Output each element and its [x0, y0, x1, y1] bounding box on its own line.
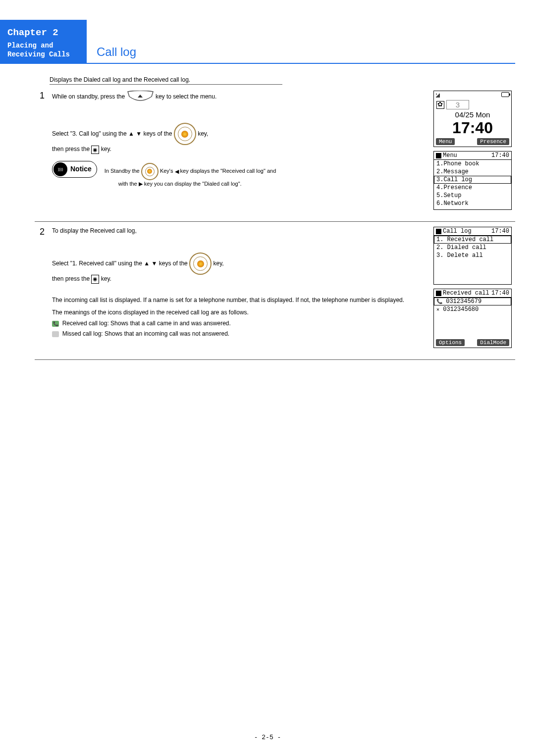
step2-para: The incoming call list is displayed. If …	[52, 296, 426, 304]
down-triangle-icon: ▼	[152, 259, 158, 268]
chapter-subtitle: Placing and Receiving Calls	[7, 41, 74, 59]
softkey-presence: Presence	[477, 138, 509, 145]
notice-text: key displays the "Received call log" and	[180, 168, 276, 174]
menu-item-selected: 3.Call log	[434, 176, 511, 184]
menu-item: 1.Phone book	[434, 160, 511, 168]
bullet-text: Missed call log: Shows that an incoming …	[62, 330, 230, 337]
softkey-menu: Menu	[436, 138, 455, 145]
menu-item: 2. Dialed call	[434, 244, 511, 252]
section-title-bar: Call log	[87, 20, 515, 64]
down-triangle-icon: ▼	[136, 130, 142, 138]
calllog-screen: Call log 17:40 1. Received call 2. Diale…	[433, 227, 512, 285]
screen-time: 17:40	[491, 228, 509, 235]
notice-text: Key's	[160, 168, 173, 174]
step-number: 1	[35, 86, 50, 221]
step2-text: key,	[213, 260, 223, 267]
screen-title: Received call	[443, 290, 489, 297]
received-call-icon: 📞	[52, 321, 59, 327]
step1-text: key.	[101, 146, 111, 152]
received-screen: Received call 17:40 📞 0312345679 ✕ 03123…	[433, 289, 512, 348]
menu-item: 4.Presence	[434, 184, 511, 192]
menu-time: 17:40	[491, 152, 509, 159]
notice-text: with the	[118, 181, 137, 187]
step1-text: Select "3. Call log" using the	[52, 130, 127, 137]
badge-number: 3	[446, 100, 469, 109]
list-item-selected: 📞 0312345679	[434, 298, 511, 305]
softkey-options: Options	[436, 339, 465, 346]
step1-text: keys of the	[143, 130, 172, 137]
right-triangle-icon: ▶	[139, 180, 143, 188]
step1-text: key to select the menu.	[156, 93, 216, 100]
date-text: 04/25 Mon	[434, 110, 511, 119]
keypad-icon	[141, 163, 159, 180]
menu-item: 2.Message	[434, 168, 511, 176]
step1-text: While on standby, press the	[52, 93, 125, 100]
menu-title: Menu	[443, 152, 457, 159]
screen-time: 17:40	[491, 290, 509, 297]
chapter-header-block: Chapter 2 Placing and Receiving Calls	[0, 20, 87, 64]
keypad-icon	[174, 123, 196, 145]
menu-item: 5.Setup	[434, 192, 511, 200]
step2-text: key.	[101, 275, 111, 282]
menu-item: 6.Network	[434, 200, 511, 207]
menu-screen: Menu 17:40 1.Phone book 2.Message 3.Call…	[433, 151, 512, 210]
signal-icon	[436, 92, 442, 98]
battery-icon	[501, 92, 509, 97]
step-number: 2	[35, 222, 50, 359]
notice-icon: ))))	[54, 162, 67, 176]
section-title: Call log	[97, 45, 136, 59]
intro-text: Displays the Dialed call log and the Rec…	[50, 76, 282, 85]
step2-text: keys of the	[159, 260, 188, 267]
missed-call-icon	[52, 331, 59, 337]
bullet-text: Received call log: Shows that a call cam…	[62, 320, 231, 327]
up-triangle-icon: ▲	[128, 130, 134, 138]
page-number: - 2-5 -	[0, 734, 535, 741]
down-key-icon	[127, 91, 154, 103]
step2-text: To display the Received call log,	[52, 227, 426, 235]
step-2-row: 2 To display the Received call log, Sele…	[35, 222, 515, 360]
softkey-dialmode: DialMode	[477, 339, 509, 346]
menu-item: 3. Delete all	[434, 252, 511, 259]
time-text: 17:40	[434, 119, 511, 137]
step1-text: then press the	[52, 146, 90, 152]
step1-text: key,	[198, 130, 208, 137]
center-key-icon: ◉	[91, 275, 99, 283]
notice-text: In Standby the	[105, 168, 140, 174]
gear-icon	[436, 101, 444, 109]
screen-title: Call log	[443, 228, 472, 235]
step-1-row: 1 While on standby, press the key to sel…	[35, 86, 515, 222]
menu-item-selected: 1. Received call	[434, 236, 511, 244]
left-triangle-icon: ◀	[175, 168, 179, 175]
svg-point-0	[436, 94, 437, 95]
step2-text: Select "1. Received call" using the	[52, 260, 142, 267]
notice-text: key you can display the "Dialed call log…	[144, 181, 242, 187]
step2-text: then press the	[52, 275, 90, 282]
step2-para: The meanings of the icons displayed in t…	[52, 308, 426, 317]
standby-screen: 3 04/25 Mon 17:40 Menu Presence	[433, 91, 512, 147]
up-triangle-icon: ▲	[144, 259, 150, 268]
center-key-icon: ◉	[91, 146, 99, 154]
notice-badge: )))) Notice	[52, 161, 97, 178]
notice-label: Notice	[70, 164, 92, 174]
keypad-icon	[189, 252, 212, 275]
list-item: ✕ 0312345680	[434, 305, 511, 313]
chapter-title: Chapter 2	[7, 27, 74, 38]
